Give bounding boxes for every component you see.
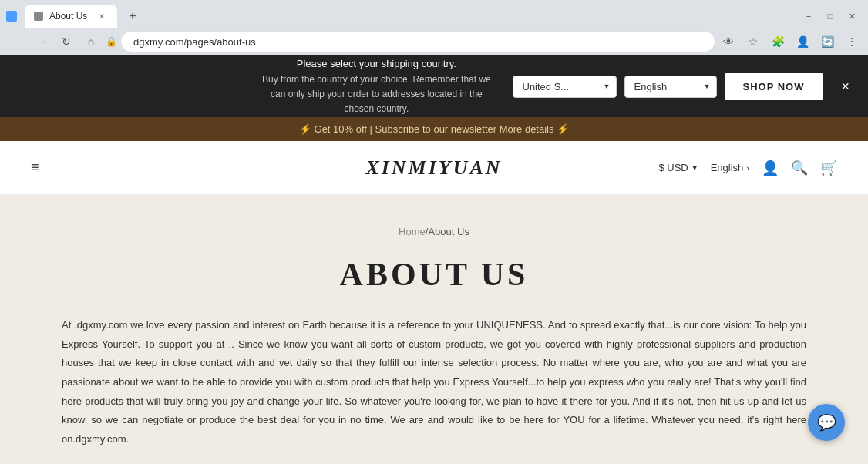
extensions-icon[interactable]: 🧩 [768, 32, 788, 52]
minimize-button[interactable]: − [799, 6, 819, 26]
window-controls: − □ ✕ [799, 6, 862, 26]
site-logo[interactable]: XINMIYUAN [365, 156, 502, 180]
sync-icon[interactable]: 🔄 [817, 32, 837, 52]
menu-icon[interactable]: ⋮ [842, 32, 862, 52]
browser-toolbar: 👁 ☆ 🧩 👤 🔄 ⋮ [718, 32, 862, 52]
language-label: English [711, 162, 744, 173]
about-body-text: At .dgxmy.com we love every passion and … [62, 316, 806, 449]
header-right: $ USD ▼ English › 👤 🔍 🛒 [658, 160, 837, 177]
security-icon: 🔒 [105, 35, 117, 48]
tab-close-button[interactable]: ✕ [96, 10, 108, 22]
close-button[interactable]: ✕ [842, 6, 862, 26]
chat-button[interactable]: 💬 [808, 404, 845, 441]
eye-icon[interactable]: 👁 [718, 32, 738, 52]
account-icon[interactable]: 👤 [762, 160, 779, 177]
notification-close-button[interactable]: × [839, 76, 853, 98]
header-left: ≡ [31, 160, 55, 176]
notification-line2: Buy from the country of your choice. Rem… [256, 72, 496, 117]
shop-now-button[interactable]: SHOP NOW [725, 73, 823, 100]
main-content: Home/About Us ABOUT US At .dgxmy.com we … [0, 195, 868, 464]
breadcrumb-current: About Us [428, 226, 469, 237]
new-tab-button[interactable]: + [123, 7, 142, 25]
back-button[interactable]: ← [6, 31, 28, 52]
currency-selector[interactable]: $ USD ▼ [658, 162, 698, 173]
notification-text: Please select your shipping country. Buy… [256, 56, 496, 116]
language-selector[interactable]: English › [711, 162, 749, 173]
breadcrumb: Home/About Us [62, 226, 806, 237]
tab-favicon [6, 11, 17, 22]
profile-icon[interactable]: 👤 [792, 32, 812, 52]
tab-label: About Us [49, 11, 89, 22]
promo-text: ⚡ Get 10% off | Subscribe to our newslet… [299, 123, 569, 135]
language-select-wrapper: English French Spanish German [624, 76, 717, 98]
country-select[interactable]: United S... United Kingdom Canada Austra… [513, 76, 617, 98]
bookmark-icon[interactable]: ☆ [743, 32, 763, 52]
notification-controls: United S... United Kingdom Canada Austra… [513, 73, 853, 100]
hamburger-menu-icon[interactable]: ≡ [31, 160, 39, 176]
forward-button[interactable]: → [31, 31, 52, 52]
page-title: ABOUT US [62, 256, 806, 293]
breadcrumb-home-link[interactable]: Home [399, 226, 426, 237]
notification-bar: Please select your shipping country. Buy… [0, 55, 868, 117]
browser-chrome: About Us ✕ + − □ ✕ ← → ↻ ⌂ 🔒 dgxmy.com/p… [0, 0, 868, 55]
search-icon[interactable]: 🔍 [791, 160, 808, 177]
currency-label: $ USD [658, 162, 688, 173]
tab-favicon-icon [34, 12, 43, 21]
url-input[interactable]: dgxmy.com/pages/about-us [120, 31, 715, 52]
site-header: ≡ XINMIYUAN $ USD ▼ English › 👤 🔍 🛒 [0, 141, 868, 195]
cart-icon[interactable]: 🛒 [820, 160, 837, 177]
notification-line1: Please select your shipping country. [256, 56, 496, 72]
logo-container: XINMIYUAN [365, 156, 502, 180]
url-text: dgxmy.com/pages/about-us [133, 36, 256, 48]
language-chevron-icon: › [746, 163, 749, 173]
home-button[interactable]: ⌂ [80, 31, 102, 52]
chat-icon: 💬 [817, 413, 836, 432]
browser-tab[interactable]: About Us ✕ [25, 5, 117, 28]
promo-bar: ⚡ Get 10% off | Subscribe to our newslet… [0, 117, 868, 141]
language-select[interactable]: English French Spanish German [624, 76, 717, 98]
refresh-button[interactable]: ↻ [56, 31, 77, 52]
currency-chevron-icon: ▼ [691, 164, 698, 172]
address-bar: ← → ↻ ⌂ 🔒 dgxmy.com/pages/about-us 👁 ☆ 🧩… [0, 28, 868, 55]
maximize-button[interactable]: □ [820, 6, 840, 26]
country-select-wrapper: United S... United Kingdom Canada Austra… [513, 76, 617, 98]
